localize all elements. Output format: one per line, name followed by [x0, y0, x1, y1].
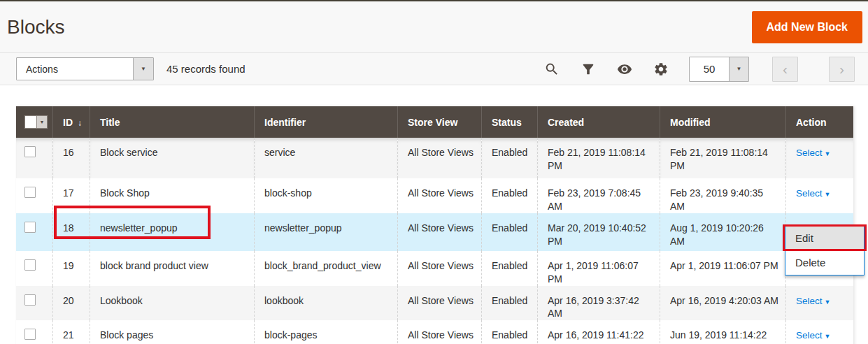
cell-id: 19 — [52, 251, 90, 286]
gear-icon[interactable] — [653, 61, 669, 78]
table-row: 21 Block pages block-pages All Store Vie… — [16, 320, 853, 344]
menu-item-edit[interactable]: Edit — [785, 226, 864, 250]
cell-created: Apr 16, 2019 3:37:42 AM — [537, 286, 660, 321]
column-header-status[interactable]: Status — [481, 106, 537, 138]
cell-modified: Feb 23, 2019 9:40:35 AM — [660, 178, 785, 213]
caret-down-icon[interactable]: ▼ — [729, 57, 748, 81]
cell-store-view: All Store Views — [397, 286, 481, 321]
column-header-action[interactable]: Action — [785, 106, 853, 138]
page-title: Blocks — [7, 16, 64, 38]
actions-dropdown[interactable]: Actions ▼ — [16, 57, 154, 80]
cell-identifier: block-shop — [254, 178, 397, 213]
cell-created: Feb 21, 2019 11:08:14 PM — [537, 138, 660, 178]
per-page-selector[interactable]: 50 ▼ — [689, 57, 749, 82]
cell-modified: Apr 1, 2019 11:06:07 PM — [660, 251, 785, 286]
menu-item-delete[interactable]: Delete — [785, 250, 864, 275]
table-row: 19 block brand product view block_brand_… — [16, 251, 853, 286]
eye-columns-icon[interactable] — [616, 61, 633, 78]
next-page-button[interactable]: › — [829, 57, 855, 82]
row-select-action[interactable]: Select▼ — [796, 188, 830, 199]
cell-identifier: lookbook — [254, 286, 397, 321]
row-select-action[interactable]: Select▼ — [796, 296, 830, 306]
row-select-action[interactable]: Select▼ — [796, 330, 830, 341]
cell-title: Block service — [90, 138, 254, 178]
prev-page-button[interactable]: ‹ — [772, 57, 798, 82]
select-all-checkbox[interactable]: ▼ — [24, 115, 48, 129]
cell-id: 17 — [52, 178, 90, 213]
cell-identifier: service — [254, 138, 397, 178]
select-all-header[interactable]: ▼ — [16, 106, 52, 138]
column-header-title[interactable]: Title — [90, 106, 254, 138]
cell-identifier: newsletter_popup — [254, 213, 397, 251]
cell-store-view: All Store Views — [397, 178, 481, 213]
cell-title: newsletter_popup — [90, 213, 254, 251]
column-header-identifier[interactable]: Identifier — [254, 106, 397, 138]
cell-created: Feb 23, 2019 7:08:45 AM — [537, 178, 660, 213]
row-checkbox[interactable] — [24, 222, 36, 233]
add-new-block-button[interactable]: Add New Block — [752, 11, 862, 43]
row-checkbox[interactable] — [24, 294, 36, 306]
caret-down-icon: ▼ — [825, 333, 831, 340]
blocks-grid: ▼ ID↓ Title Identifier Store View Status… — [16, 106, 853, 344]
grid-toolbar: Actions ▼ 45 records found 50 ▼ ‹ › — [0, 52, 868, 85]
column-header-id[interactable]: ID↓ — [52, 106, 90, 138]
caret-down-icon: ▼ — [825, 150, 831, 157]
cell-modified: Jun 19, 2019 11:14:22 PM — [660, 320, 785, 344]
cell-created: Apr 16, 2019 11:41:22 PM — [537, 320, 660, 344]
cell-title: Lookbook — [90, 286, 254, 321]
sort-desc-icon: ↓ — [78, 118, 82, 128]
row-checkbox[interactable] — [24, 187, 36, 198]
grid-area: ▼ ID↓ Title Identifier Store View Status… — [0, 106, 868, 344]
row-select-action[interactable]: Select▼ — [796, 148, 830, 158]
cell-created: Apr 1, 2019 11:06:07 PM — [537, 251, 660, 286]
row-checkbox[interactable] — [24, 146, 36, 157]
table-row: 17 Block Shop block-shop All Store Views… — [16, 178, 853, 213]
cell-status: Enabled — [481, 251, 537, 286]
column-header-store-view[interactable]: Store View — [397, 106, 481, 138]
row-checkbox[interactable] — [24, 329, 36, 340]
row-action-menu: Edit Delete — [785, 225, 865, 275]
cell-store-view: All Store Views — [397, 320, 481, 344]
search-icon[interactable] — [543, 61, 560, 78]
cell-id: 16 — [52, 138, 90, 178]
table-row: 20 Lookbook lookbook All Store Views Ena… — [16, 286, 853, 321]
cell-title: Block Shop — [90, 178, 254, 213]
filter-icon[interactable] — [580, 61, 597, 78]
cell-modified: Aug 1, 2019 10:20:26 AM — [660, 213, 785, 251]
cell-store-view: All Store Views — [397, 213, 481, 251]
cell-title: block brand product view — [90, 251, 254, 286]
cell-id: 21 — [52, 320, 90, 344]
cell-created: Mar 20, 2019 10:40:52 PM — [537, 213, 660, 251]
per-page-value: 50 — [690, 63, 729, 75]
column-header-modified[interactable]: Modified — [660, 106, 785, 138]
grid-header-row: ▼ ID↓ Title Identifier Store View Status… — [16, 106, 853, 138]
caret-down-icon: ▼ — [36, 116, 47, 128]
prev-page-icon: ‹ — [783, 61, 788, 78]
column-header-created[interactable]: Created — [537, 106, 660, 138]
caret-down-icon: ▼ — [825, 299, 831, 306]
caret-down-icon[interactable]: ▼ — [133, 58, 153, 80]
cell-store-view: All Store Views — [397, 251, 481, 286]
cell-status: Enabled — [481, 178, 537, 213]
cell-id: 20 — [52, 286, 90, 321]
table-row-highlighted: 18 newsletter_popup newsletter_popup All… — [16, 213, 853, 251]
cell-title: Block pages — [90, 320, 254, 344]
cell-status: Enabled — [481, 213, 537, 251]
cell-store-view: All Store Views — [397, 138, 481, 178]
cell-status: Enabled — [481, 286, 537, 321]
page-header: Blocks Add New Block — [0, 1, 868, 52]
cell-modified: Apr 16, 2019 4:20:03 AM — [660, 286, 785, 321]
checkbox-box — [25, 116, 36, 128]
row-checkbox[interactable] — [24, 259, 36, 271]
caret-down-icon: ▼ — [825, 191, 831, 198]
table-row: 16 Block service service All Store Views… — [16, 138, 853, 178]
cell-status: Enabled — [481, 320, 537, 344]
cell-status: Enabled — [481, 138, 537, 178]
records-count: 45 records found — [166, 63, 246, 75]
cell-identifier: block_brand_product_view — [254, 251, 397, 286]
next-page-icon: › — [839, 61, 844, 78]
actions-dropdown-label: Actions — [17, 64, 58, 75]
cell-modified: Feb 21, 2019 11:08:14 PM — [660, 138, 785, 178]
cell-id: 18 — [52, 213, 90, 251]
cell-identifier: block-pages — [254, 320, 397, 344]
